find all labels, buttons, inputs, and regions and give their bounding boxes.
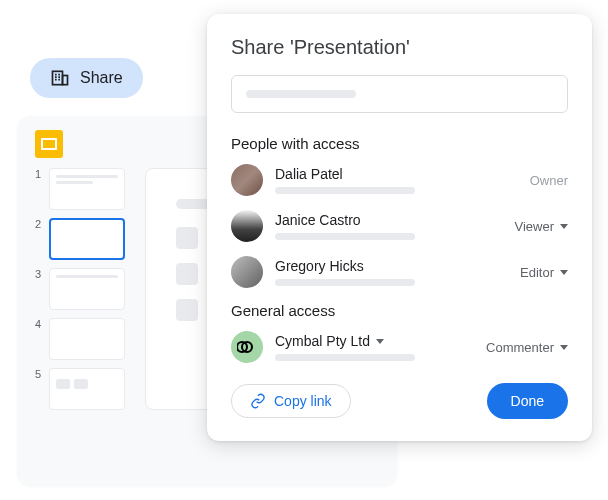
- slide-thumb[interactable]: [49, 318, 125, 360]
- done-button[interactable]: Done: [487, 383, 568, 419]
- thumb-number: 5: [35, 368, 43, 380]
- org-scope-dropdown[interactable]: Cymbal Pty Ltd: [275, 333, 474, 349]
- people-with-access-heading: People with access: [231, 135, 568, 152]
- person-row: Janice Castro Viewer: [231, 210, 568, 242]
- slide-thumb[interactable]: [49, 168, 125, 210]
- slide-thumb-active[interactable]: [49, 218, 125, 260]
- slide-thumb[interactable]: [49, 268, 125, 310]
- person-row: Dalia Patel Owner: [231, 164, 568, 196]
- copy-link-button[interactable]: Copy link: [231, 384, 351, 418]
- person-name: Janice Castro: [275, 212, 502, 228]
- slides-app-icon: [35, 130, 63, 158]
- building-icon: [50, 68, 70, 88]
- chevron-down-icon: [560, 270, 568, 275]
- person-name: Dalia Patel: [275, 166, 518, 182]
- avatar: [231, 210, 263, 242]
- slide-thumb[interactable]: [49, 368, 125, 410]
- role-dropdown[interactable]: Viewer: [514, 219, 568, 234]
- person-email-placeholder: [275, 279, 415, 286]
- person-row: Gregory Hicks Editor: [231, 256, 568, 288]
- general-access-heading: General access: [231, 302, 568, 319]
- chevron-down-icon: [376, 339, 384, 344]
- thumb-number: 1: [35, 168, 43, 180]
- link-icon: [250, 393, 266, 409]
- role-label: Owner: [530, 173, 568, 188]
- avatar: [231, 256, 263, 288]
- share-button[interactable]: Share: [30, 58, 143, 98]
- person-email-placeholder: [275, 233, 415, 240]
- role-dropdown[interactable]: Editor: [520, 265, 568, 280]
- avatar: [231, 164, 263, 196]
- copy-link-label: Copy link: [274, 393, 332, 409]
- share-button-label: Share: [80, 69, 123, 87]
- svg-rect-1: [63, 76, 68, 85]
- org-access-row: Cymbal Pty Ltd Commenter: [231, 331, 568, 363]
- org-sub-placeholder: [275, 354, 415, 361]
- add-people-input[interactable]: [231, 75, 568, 113]
- dialog-title: Share 'Presentation': [231, 36, 568, 59]
- chevron-down-icon: [560, 345, 568, 350]
- thumb-number: 2: [35, 218, 43, 230]
- thumbnail-panel: 1 2 3 4 5: [35, 168, 125, 410]
- org-icon: [231, 331, 263, 363]
- chevron-down-icon: [560, 224, 568, 229]
- thumb-number: 3: [35, 268, 43, 280]
- person-name: Gregory Hicks: [275, 258, 508, 274]
- svg-rect-0: [53, 71, 63, 84]
- person-email-placeholder: [275, 187, 415, 194]
- role-dropdown[interactable]: Commenter: [486, 340, 568, 355]
- share-dialog: Share 'Presentation' People with access …: [207, 14, 592, 441]
- thumb-number: 4: [35, 318, 43, 330]
